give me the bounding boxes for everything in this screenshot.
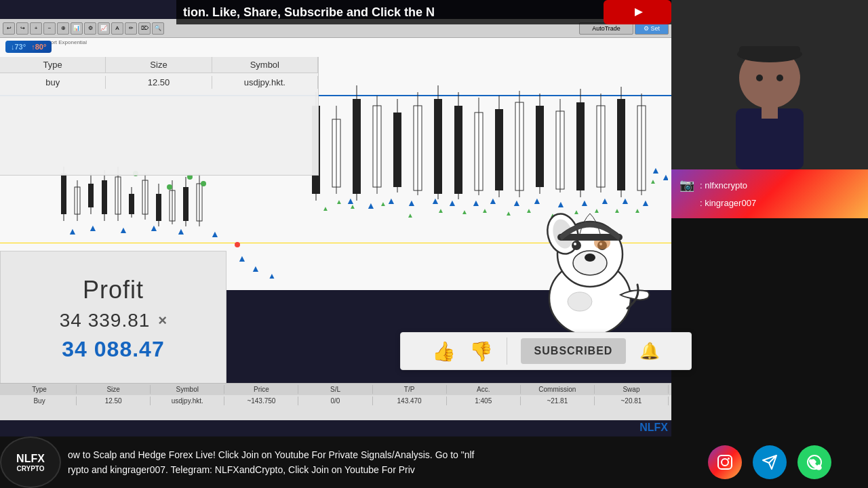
bt-val-sl: 0/0: [298, 396, 372, 405]
size-header: Size: [106, 57, 212, 73]
svg-text:▲: ▲: [68, 226, 77, 237]
instagram-camera-icon: 📷: [679, 178, 694, 192]
instagram-widget: 📷 : nlfxncrypto 📷 : kingrager007: [671, 169, 868, 218]
instagram-row-1: 📷 : nlfxncrypto: [679, 178, 860, 192]
toolbar-btn-5[interactable]: ⊕: [57, 22, 69, 35]
svg-text:▲: ▲: [387, 195, 396, 206]
bt-val-swap: ~20.81: [595, 396, 669, 405]
temp-low: ↓73°: [11, 43, 26, 51]
svg-point-111: [572, 241, 581, 250]
svg-text:▲: ▲: [366, 200, 376, 211]
svg-point-123: [756, 75, 763, 81]
svg-text:▲: ▲: [210, 228, 220, 239]
svg-text:▲: ▲: [380, 200, 387, 207]
size-value: 12.50: [106, 76, 212, 89]
temp-high: ↑80°: [31, 43, 46, 51]
svg-text:▲: ▲: [407, 211, 414, 219]
ticker-line-2: rypto and kingrager007. Telegram: NLFXan…: [68, 462, 665, 477]
svg-text:▲: ▲: [336, 198, 342, 205]
bottom-bar: NLFX CRYPTO ow to Scalp and Hedge Forex …: [0, 436, 671, 488]
profit-total: 34 088.47: [62, 337, 164, 362]
toolbar-btn-10[interactable]: ✏: [125, 22, 137, 35]
toolbar-btn-7[interactable]: ⚙: [84, 22, 96, 35]
svg-rect-122: [739, 46, 800, 58]
profit-label: Profit: [83, 276, 144, 304]
thumbs-up-icon[interactable]: 👍: [432, 340, 456, 363]
toolbar-btn-2[interactable]: ↪: [16, 22, 28, 35]
instagram-social-icon[interactable]: [708, 445, 742, 479]
bt-col-price: Price: [224, 385, 298, 394]
bt-val-price: ~143.750: [224, 396, 298, 405]
toolbar-btn-8[interactable]: 📈: [98, 22, 110, 35]
bt-val-tp: 143.470: [373, 396, 447, 405]
svg-point-113: [574, 243, 576, 245]
svg-point-68: [167, 184, 172, 190]
nlfx-chart-label: NLFX: [639, 422, 668, 434]
toolbar-btn-9[interactable]: A: [111, 22, 123, 35]
trade-info-header: Type Size Symbol: [0, 57, 318, 73]
bt-val-size: 12.50: [77, 396, 151, 405]
svg-text:▲: ▲: [119, 224, 128, 235]
svg-text:▲: ▲: [650, 178, 656, 185]
bt-col-commission: Commission: [521, 385, 595, 394]
svg-point-117: [568, 292, 592, 311]
toolbar-btn-12[interactable]: 🔍: [152, 22, 164, 35]
bottom-table-row: Buy 12.50 usdjpy.hkt. ~143.750 0/0 143.4…: [0, 395, 671, 407]
youtube-logo[interactable]: [604, 0, 671, 24]
svg-text:▲: ▲: [322, 205, 329, 212]
svg-text:▲: ▲: [471, 197, 481, 208]
symbol-header: Symbol: [212, 57, 318, 73]
notification-bell-icon[interactable]: 🔔: [639, 342, 660, 361]
bt-col-symbol: Symbol: [151, 385, 224, 394]
nlfx-logo: NLFX CRYPTO: [0, 436, 61, 488]
thumbs-down-icon[interactable]: 👎: [469, 340, 493, 363]
toolbar-btn-1[interactable]: ↩: [3, 22, 15, 35]
bt-col-acc: Acc.: [447, 385, 521, 394]
svg-rect-126: [718, 455, 732, 469]
bt-val-acc: 1:405: [447, 396, 521, 405]
nlfx-logo-line2: CRYPTO: [16, 465, 44, 472]
bt-col-type: Type: [3, 385, 77, 394]
svg-text:▲: ▲: [481, 207, 488, 214]
svg-text:▲: ▲: [349, 203, 356, 210]
subscribed-button[interactable]: SUBSCRIBED: [521, 338, 627, 364]
right-panel: 📷 : nlfxncrypto 📷 : kingrager007: [671, 0, 868, 488]
bt-col-sl: S/L: [298, 385, 372, 394]
profit-value-row: 34 339.81 ×: [60, 310, 167, 331]
svg-rect-125: [762, 105, 778, 119]
svg-text:▲: ▲: [488, 195, 498, 206]
svg-text:▲: ▲: [251, 263, 260, 274]
svg-text:▲: ▲: [448, 197, 457, 208]
svg-text:▲: ▲: [461, 208, 468, 216]
trade-info-row: buy 12.50 usdjpy.hkt.: [0, 73, 318, 92]
toolbar-btn-3[interactable]: +: [30, 22, 42, 35]
subscribe-bar: 👍 👎 SUBSCRIBED 🔔: [400, 332, 692, 370]
svg-text:▲: ▲: [268, 271, 276, 281]
webcam-feed: [671, 0, 868, 169]
ticker-text-area: ow to Scalp and Hedge Forex Live! Click …: [61, 447, 671, 478]
whatsapp-social-icon[interactable]: [797, 445, 831, 479]
svg-text:▲: ▲: [237, 253, 247, 264]
telegram-social-icon[interactable]: [753, 445, 787, 479]
banner-text: tion. Like, Share, Subscribe and Click t…: [176, 5, 435, 20]
weather-widget: ↓73° ↑80°: [5, 41, 52, 53]
toolbar-btn-11[interactable]: ⌦: [138, 22, 151, 35]
svg-text:▲: ▲: [431, 195, 440, 206]
svg-text:▲: ▲: [651, 165, 660, 176]
svg-point-71: [235, 242, 240, 247]
dog-mascot: [515, 197, 665, 346]
svg-text:▲: ▲: [149, 222, 159, 233]
toolbar-btn-6[interactable]: 📊: [71, 22, 83, 35]
svg-text:▲: ▲: [176, 226, 186, 237]
instagram-row-2: 📷 : kingrager007: [679, 195, 860, 210]
bt-val-commission: ~21.81: [521, 396, 595, 405]
symbol-value: usdjpy.hkt.: [212, 76, 318, 89]
toolbar-btn-4[interactable]: −: [43, 22, 56, 35]
trade-info-panel: Type Size Symbol buy 12.50 usdjpy.hkt.: [0, 57, 319, 176]
profit-close-button[interactable]: ×: [158, 312, 167, 329]
bt-val-symbol: usdjpy.hkt.: [151, 396, 224, 405]
person-avatar: [709, 20, 831, 169]
bt-col-size: Size: [77, 385, 151, 394]
svg-text:▲: ▲: [407, 197, 416, 208]
svg-text:▲: ▲: [437, 207, 444, 214]
